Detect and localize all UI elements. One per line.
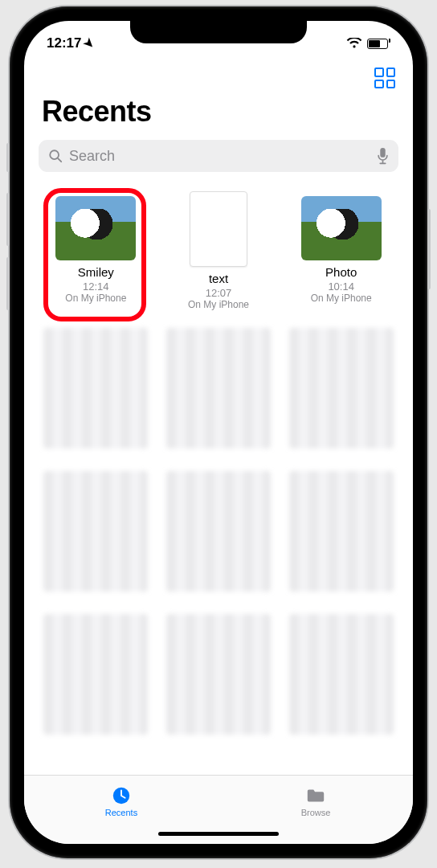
redacted-thumbnail	[289, 328, 394, 448]
status-time: 12:17	[47, 35, 81, 51]
file-time: 10:14	[328, 280, 354, 293]
page-title: Recents	[24, 92, 413, 140]
tab-recents[interactable]: Recents	[24, 776, 218, 826]
file-thumbnail	[301, 196, 382, 260]
wifi-icon	[346, 38, 362, 49]
file-time: 12:14	[83, 280, 109, 293]
svg-point-0	[50, 150, 59, 159]
file-item-text[interactable]: text 12:07 On My iPhone	[161, 196, 276, 310]
tab-label: Browse	[301, 808, 331, 817]
file-item-redacted[interactable]	[161, 614, 276, 739]
redacted-thumbnail	[43, 614, 148, 735]
file-item-redacted[interactable]	[161, 328, 276, 453]
file-location: On My iPhone	[311, 293, 372, 304]
files-grid: Smiley 12:14 On My iPhone text 12:07 On …	[24, 185, 413, 775]
file-item-smiley[interactable]: Smiley 12:14 On My iPhone	[39, 196, 153, 310]
file-name: text	[209, 272, 228, 285]
file-thumbnail	[55, 196, 136, 260]
svg-rect-2	[380, 148, 385, 158]
redacted-thumbnail	[166, 471, 271, 592]
battery-icon	[367, 39, 390, 49]
tab-browse[interactable]: Browse	[218, 776, 413, 826]
search-icon	[48, 149, 63, 163]
view-toggle-grid-icon[interactable]	[374, 68, 395, 88]
file-time: 12:07	[206, 287, 232, 299]
location-icon: ➤	[81, 35, 99, 52]
clock-icon	[110, 785, 133, 806]
file-name: Photo	[325, 265, 357, 279]
mute-switch	[6, 143, 10, 172]
file-item-redacted[interactable]	[284, 471, 398, 596]
redacted-thumbnail	[166, 328, 271, 448]
file-item-redacted[interactable]	[284, 614, 398, 739]
file-location: On My iPhone	[188, 299, 249, 310]
redacted-thumbnail	[166, 614, 271, 735]
tab-label: Recents	[105, 808, 137, 817]
screen: 12:17 ➤ Recents	[24, 21, 413, 844]
home-indicator[interactable]	[158, 832, 279, 836]
file-item-redacted[interactable]	[39, 614, 153, 739]
redacted-thumbnail	[43, 328, 148, 448]
file-item-redacted[interactable]	[161, 471, 276, 596]
folder-icon	[304, 785, 327, 806]
redacted-thumbnail	[289, 614, 394, 735]
device-frame: 12:17 ➤ Recents	[10, 6, 427, 858]
power-button	[427, 209, 431, 289]
file-item-redacted[interactable]	[39, 328, 153, 453]
search-input[interactable]	[69, 148, 370, 165]
file-item-redacted[interactable]	[39, 471, 153, 596]
dictate-icon[interactable]	[377, 147, 389, 164]
redacted-thumbnail	[43, 471, 148, 592]
file-item-redacted[interactable]	[284, 328, 398, 453]
redacted-thumbnail	[289, 471, 394, 592]
volume-down-button	[6, 257, 10, 310]
file-thumbnail	[190, 191, 247, 267]
volume-up-button	[6, 193, 10, 246]
svg-line-1	[58, 158, 61, 162]
search-field[interactable]	[39, 140, 398, 172]
file-location: On My iPhone	[65, 293, 126, 304]
file-name: Smiley	[78, 265, 114, 279]
device-notch	[130, 21, 307, 43]
file-item-photo[interactable]: Photo 10:14 On My iPhone	[284, 196, 398, 310]
